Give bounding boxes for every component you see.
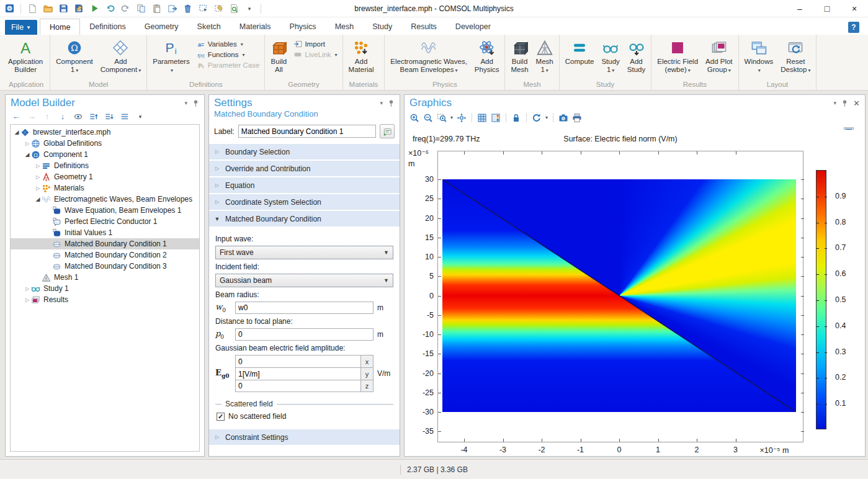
tree-expander-icon[interactable]: ◢ <box>34 196 42 202</box>
caret-icon[interactable]: ▾ <box>545 112 548 123</box>
tab-physics[interactable]: Physics <box>280 19 326 35</box>
zoom-extents-icon[interactable] <box>457 112 467 123</box>
caret-icon[interactable]: ▾ <box>135 111 146 122</box>
paste-icon[interactable] <box>151 3 162 14</box>
panel-menu-caret-icon[interactable]: ▾ <box>184 100 187 106</box>
tree-expander-icon[interactable]: ▷ <box>24 141 31 146</box>
colorbar-toggle-icon[interactable] <box>491 112 501 123</box>
rename-button[interactable] <box>380 124 395 138</box>
tree-node[interactable]: ▷Geometry 1 <box>11 171 199 182</box>
study-button[interactable]: Study 1▾ <box>598 37 622 76</box>
section-coordinate-system-selection[interactable]: ▷Coordinate System Selection <box>209 194 400 210</box>
add-study-button[interactable]: Add Study <box>624 37 648 75</box>
electric-field-button[interactable]: Electric Field (ewbe)▾ <box>654 37 701 76</box>
pin-icon[interactable] <box>388 99 395 107</box>
add-physics-button[interactable]: Add Physics <box>472 37 503 75</box>
lock-icon[interactable] <box>511 112 521 123</box>
tab-sketch[interactable]: Sketch <box>188 19 230 35</box>
caret-icon[interactable]: ▾ <box>450 112 453 123</box>
redo-icon[interactable] <box>120 3 131 14</box>
undo-icon[interactable] <box>104 3 115 14</box>
tree-node[interactable]: ◢Electromagnetic Waves, Beam Envelopes <box>11 194 199 205</box>
search-doc-icon[interactable] <box>228 3 239 14</box>
expand-down-icon[interactable] <box>104 111 115 122</box>
minimize-button[interactable]: – <box>786 0 813 17</box>
add-component-button[interactable]: Add Component▾ <box>97 37 144 76</box>
tab-results[interactable]: Results <box>401 19 446 35</box>
component-button[interactable]: ΩComponent 1▾ <box>53 37 96 76</box>
tab-developer[interactable]: Developer <box>446 19 500 35</box>
tree-node[interactable]: ▷Materials <box>11 182 199 194</box>
section-equation[interactable]: ▷Equation <box>209 177 400 193</box>
tab-mesh[interactable]: Mesh <box>326 19 364 35</box>
tab-study[interactable]: Study <box>363 19 401 35</box>
tree-options-icon[interactable] <box>119 111 130 122</box>
tab-geometry[interactable]: Geometry <box>135 19 188 35</box>
tree-node[interactable]: ▷Global Definitions <box>11 138 199 149</box>
tree-node[interactable]: Mesh 1 <box>11 272 199 283</box>
variables-button[interactable]: a=Variables▾ <box>194 39 262 49</box>
windows-button[interactable]: Windows ▾ <box>741 37 777 76</box>
move-down-icon[interactable]: ↓ <box>57 111 68 122</box>
nav-back-icon[interactable]: ← <box>11 111 22 122</box>
new-file-icon[interactable] <box>27 3 38 14</box>
add-material-button[interactable]: Add Material <box>346 37 377 75</box>
amplitude-z-input[interactable] <box>235 380 361 392</box>
tree-node[interactable]: ▷Results <box>11 294 199 305</box>
print-icon[interactable] <box>572 112 582 123</box>
nav-forward-icon[interactable]: → <box>26 111 37 122</box>
emw-button[interactable]: Electromagnetic Waves, Beam Envelopes▾ <box>387 37 470 76</box>
section-constraint-settings[interactable]: ▷ Constraint Settings <box>209 429 400 445</box>
incident-field-select[interactable]: Gaussian beam ▼ <box>215 274 393 287</box>
tree-expander-icon[interactable]: ▷ <box>34 186 42 191</box>
zoom-box-icon[interactable] <box>437 112 447 123</box>
import-button[interactable]: Import <box>291 39 339 49</box>
mesh-button[interactable]: Mesh 1▾ <box>533 37 557 76</box>
show-icon[interactable] <box>73 111 84 122</box>
panel-splitter[interactable] <box>400 94 403 457</box>
parameters-button[interactable]: PiParameters ▾ <box>150 37 192 76</box>
amplitude-x-input[interactable] <box>235 355 361 367</box>
add-plot-group-button[interactable]: Add Plot Group▾ <box>702 37 735 76</box>
build-mesh-button[interactable]: Build Mesh <box>508 37 531 75</box>
tree-node[interactable]: Matched Boundary Condition 3 <box>11 261 199 272</box>
help-button[interactable]: ? <box>848 22 859 33</box>
pin-icon[interactable] <box>841 99 848 107</box>
tree-node[interactable]: ◢brewster_interface.mph <box>11 127 199 138</box>
run-icon[interactable] <box>89 3 100 14</box>
save-as-icon[interactable] <box>73 3 84 14</box>
move-up-icon[interactable]: ↑ <box>42 111 53 122</box>
tree-node[interactable]: Perfect Electric Conductor 1 <box>11 216 199 227</box>
duplicate-icon[interactable] <box>166 3 177 14</box>
panel-close-icon[interactable]: ✕ <box>853 99 860 108</box>
compute-button[interactable]: Compute <box>562 37 597 67</box>
tree-node[interactable]: Wave Equation, Beam Envelopes 1 <box>11 205 199 216</box>
panel-menu-caret-icon[interactable]: ▾ <box>380 100 383 106</box>
tree-node[interactable]: Matched Boundary Condition 1 <box>11 238 199 249</box>
input-wave-select[interactable]: First wave ▼ <box>215 246 393 259</box>
tab-definitions[interactable]: Definitions <box>80 19 135 35</box>
tree-expander-icon[interactable]: ▷ <box>34 174 42 180</box>
copy-icon[interactable] <box>135 3 146 14</box>
open-folder-icon[interactable] <box>42 3 53 14</box>
zoom-out-icon[interactable] <box>423 112 433 123</box>
rotate-icon[interactable] <box>532 112 542 123</box>
tree-node[interactable]: Initial Values 1 <box>11 227 199 238</box>
focal-distance-input[interactable] <box>235 328 374 341</box>
tree-expander-icon[interactable]: ◢ <box>13 129 20 135</box>
delete-icon[interactable] <box>182 3 193 14</box>
file-menu-button[interactable]: File ▼ <box>5 20 37 35</box>
beam-radius-input[interactable] <box>235 302 374 314</box>
tree-node[interactable]: ▷Definitions <box>11 160 199 171</box>
functions-button[interactable]: f(x)Functions▾ <box>194 50 262 60</box>
tree-node[interactable]: ▷Study 1 <box>11 283 199 294</box>
label-input[interactable] <box>238 125 376 138</box>
build-all-button[interactable]: Build All <box>267 37 290 75</box>
amplitude-y-input[interactable] <box>235 367 361 380</box>
tree-expander-icon[interactable]: ▷ <box>24 297 31 303</box>
panel-splitter[interactable] <box>205 94 208 457</box>
draw-select-icon[interactable] <box>213 3 224 14</box>
camera-icon[interactable] <box>558 112 568 123</box>
tab-home[interactable]: Home <box>40 19 80 35</box>
tree-expander-icon[interactable]: ◢ <box>24 151 31 158</box>
